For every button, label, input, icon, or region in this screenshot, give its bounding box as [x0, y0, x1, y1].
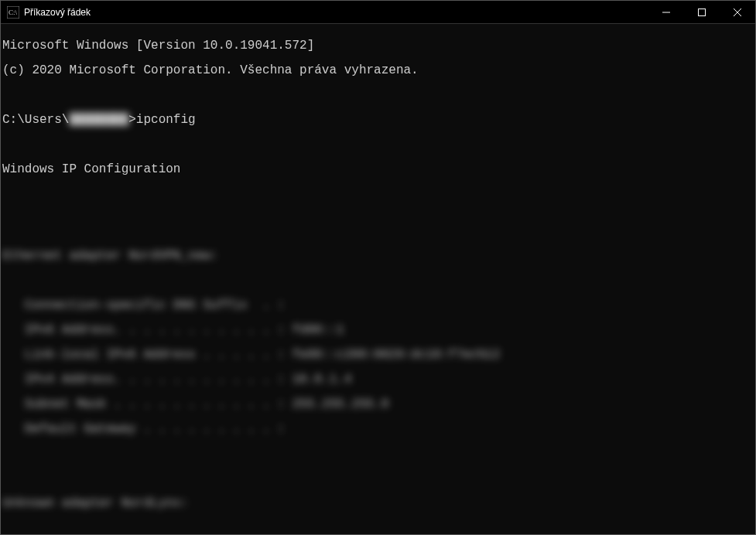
- banner-line: (c) 2020 Microsoft Corporation. Všechna …: [2, 64, 754, 77]
- blank-line: [2, 138, 754, 151]
- svg-text:C:\: C:\: [9, 9, 18, 16]
- prompt-line: C:\Users\████████>ipconfig: [2, 114, 754, 126]
- banner-line: Microsoft Windows [Version 10.0.19041.57…: [2, 39, 754, 52]
- window-controls: [648, 1, 755, 23]
- minimize-button[interactable]: [648, 1, 684, 23]
- window-title: Příkazový řádek: [24, 7, 648, 18]
- close-button[interactable]: [720, 1, 755, 23]
- terminal-output[interactable]: Microsoft Windows [Version 10.0.19041.57…: [1, 24, 755, 535]
- redacted-adapter-block: Unknown adapter NordLynx: Media State . …: [2, 485, 754, 535]
- blank-line: [2, 460, 754, 472]
- blank-line: [2, 213, 754, 225]
- blank-line: [2, 188, 754, 200]
- blank-line: [2, 89, 754, 101]
- svg-rect-3: [699, 9, 706, 15]
- cmd-icon: C:\: [7, 6, 19, 19]
- redacted-username: ████████: [69, 114, 128, 126]
- redacted-adapter-block: Ethernet adapter NordVPN_new: Connection…: [2, 237, 754, 448]
- maximize-button[interactable]: [684, 1, 720, 23]
- window-titlebar: C:\ Příkazový řádek: [1, 1, 755, 24]
- ipconfig-header: Windows IP Configuration: [2, 163, 754, 175]
